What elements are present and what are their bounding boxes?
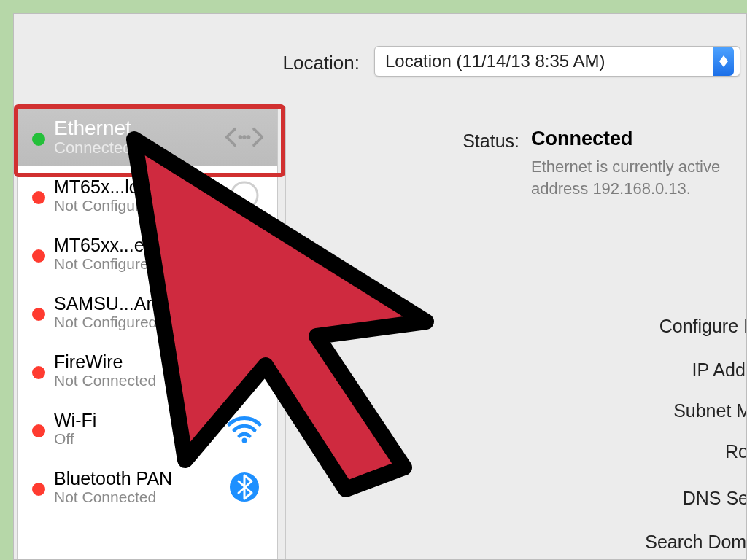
svg-point-3: [242, 135, 247, 139]
svg-point-2: [239, 135, 243, 139]
location-select-caret-icon: [713, 47, 734, 76]
sidebar-item-wifi[interactable]: Wi-Fi Off: [18, 400, 277, 458]
interface-details-panel: Status: Connected Ethernet is currently …: [285, 107, 746, 559]
svg-marker-0: [719, 55, 728, 61]
firewire-icon: [225, 354, 264, 386]
status-dot-icon: [32, 424, 45, 438]
generic-network-icon: [225, 296, 264, 328]
svg-point-5: [231, 182, 258, 209]
status-dot-icon: [32, 308, 45, 321]
sidebar-item-samsung-android[interactable]: SAMSU...Android Not Configured: [18, 283, 277, 341]
status-dot-icon: [32, 191, 45, 204]
sidebar-item-status: Not Connected: [54, 489, 172, 505]
sidebar-item-name: FireWire: [54, 352, 156, 373]
ethernet-icon: [225, 121, 264, 153]
sidebar-item-status: Not Configured: [54, 197, 160, 214]
search-domains-label: Search Domains:: [286, 532, 747, 553]
sidebar-item-mt65x[interactable]: MT65x...load Not Configured: [18, 166, 277, 225]
bluetooth-icon: [225, 471, 264, 503]
sidebar-item-name: MT65xx...eload: [54, 236, 179, 256]
sidebar-item-mt65xx[interactable]: MT65xx...eload Not Configured: [18, 225, 277, 283]
svg-point-4: [247, 135, 251, 139]
svg-line-12: [252, 376, 258, 384]
dns-server-label: DNS Server:: [286, 488, 747, 509]
interfaces-sidebar: Ethernet Connected MT65x...load Not: [17, 107, 278, 559]
svg-point-6: [231, 241, 258, 267]
generic-network-icon: [225, 179, 264, 211]
sidebar-item-name: SAMSU...Android: [54, 294, 197, 314]
sidebar-item-name: MT65x...load: [54, 177, 160, 198]
location-select[interactable]: Location (11/14/13 8:35 AM): [374, 46, 740, 77]
svg-point-7: [231, 299, 258, 325]
subnet-mask-label: Subnet Mask:: [286, 400, 747, 421]
svg-point-13: [242, 438, 247, 443]
sidebar-item-name: Ethernet: [54, 117, 131, 140]
sidebar-item-status: Not Configured: [54, 255, 179, 272]
sidebar-item-ethernet[interactable]: Ethernet Connected: [18, 108, 277, 166]
wifi-icon: [225, 413, 264, 445]
sidebar-item-name: Wi-Fi: [54, 411, 96, 431]
status-value: Connected: [519, 128, 633, 150]
sidebar-item-bluetooth-pan[interactable]: Bluetooth PAN Not Connected: [18, 458, 277, 516]
generic-network-icon: [225, 238, 264, 270]
status-description: Ethernet is currently active address 192…: [531, 156, 746, 199]
location-row: Location: Location (11/14/13 8:35 AM): [14, 46, 746, 82]
router-label: Router:: [286, 441, 747, 462]
status-dot-icon: [32, 366, 45, 379]
svg-point-8: [240, 369, 249, 378]
status-dot-icon: [32, 249, 45, 262]
network-prefs-window: Location: Location (11/14/13 8:35 AM) Et…: [13, 13, 747, 560]
status-dot-icon: [32, 483, 45, 496]
status-row: Status: Connected: [286, 128, 746, 152]
status-label: Status:: [286, 128, 519, 152]
sidebar-item-status: Not Connected: [54, 372, 156, 389]
sidebar-item-status: Not Configured: [54, 314, 197, 330]
location-selected-value: Location (11/14/13 8:35 AM): [385, 51, 605, 71]
sidebar-item-status: Off: [54, 430, 96, 447]
status-dot-icon: [32, 133, 45, 146]
ip-address-label: IP Address:: [286, 359, 747, 381]
location-label: Location:: [282, 52, 360, 74]
svg-marker-1: [719, 61, 728, 67]
sidebar-item-firewire[interactable]: FireWire Not Connected: [18, 341, 277, 400]
sidebar-item-status: Connected: [54, 139, 131, 157]
configure-ipv4-label: Configure IPv4:: [286, 316, 747, 337]
sidebar-item-name: Bluetooth PAN: [54, 469, 172, 489]
svg-line-11: [231, 376, 237, 384]
